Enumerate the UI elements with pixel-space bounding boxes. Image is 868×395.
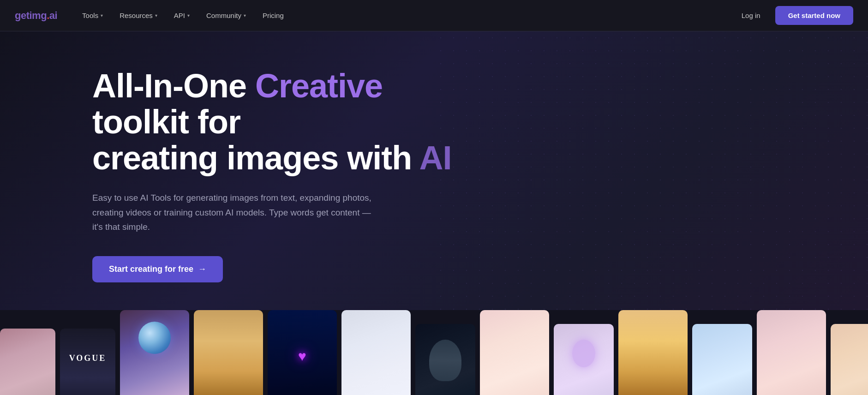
gallery-card-12 [757,310,826,395]
gallery-card-8 [480,310,549,395]
gallery-card-6 [341,310,411,395]
nav-resources-label: Resources [120,12,153,19]
cta-label: Start creating for free [109,264,193,274]
gallery-card-9 [554,324,614,395]
gallery-card-3 [120,310,189,395]
logo-text-end: ai [49,10,57,21]
gallery-card-11 [692,324,752,395]
nav-item-pricing[interactable]: Pricing [256,8,290,23]
gallery-card-10 [618,310,688,395]
community-chevron-icon: ▾ [244,13,246,18]
gallery-card-7 [415,324,475,395]
logo[interactable]: getimg.ai [15,10,57,22]
nav-community-label: Community [206,12,241,19]
nav-item-api[interactable]: API ▾ [168,8,196,23]
nav-links: Tools ▾ Resources ▾ API ▾ Community ▾ Pr… [76,8,290,23]
resources-chevron-icon: ▾ [155,13,157,18]
gallery-card-5: ♥ [268,310,337,395]
nav-left: getimg.ai Tools ▾ Resources ▾ API ▾ Comm… [15,8,290,23]
gallery-row-1: VOGUE ♥ [0,310,868,395]
nav-item-community[interactable]: Community ▾ [200,8,252,23]
login-button[interactable]: Log in [734,8,768,23]
gallery-card-2: VOGUE [60,329,115,395]
cta-button[interactable]: Start creating for free → [92,256,223,282]
neon-heart-icon: ♥ [298,348,306,364]
get-started-button[interactable]: Get started now [775,6,853,25]
tools-chevron-icon: ▾ [101,13,103,18]
title-part1: All-In-One [92,67,255,104]
gallery-card-13 [831,324,868,395]
api-chevron-icon: ▾ [187,13,190,18]
gallery-section: VOGUE ♥ [0,310,868,395]
hero-section: All-In-One Creative toolkit forcreating … [0,31,868,310]
nav-item-resources[interactable]: Resources ▾ [113,8,164,23]
gallery-card-4 [194,310,263,395]
title-highlight: Creative [255,67,383,104]
cta-arrow-icon: → [198,264,206,274]
nav-pricing-label: Pricing [263,12,284,19]
hero-subtitle: Easy to use AI Tools for generating imag… [92,191,378,234]
title-ai: AI [419,139,452,176]
hero-title: All-In-One Creative toolkit forcreating … [92,68,452,176]
gallery-card-1 [0,329,55,395]
nav-api-label: API [174,12,185,19]
nav-tools-label: Tools [82,12,98,19]
nav-right: Log in Get started now [734,6,853,25]
navbar: getimg.ai Tools ▾ Resources ▾ API ▾ Comm… [0,0,868,31]
sphere-orb [138,322,171,354]
nav-item-tools[interactable]: Tools ▾ [76,8,109,23]
title-part2: toolkit forcreating images with [92,103,419,176]
vogue-text: VOGUE [69,353,107,363]
logo-text-start: getimg [15,10,47,21]
